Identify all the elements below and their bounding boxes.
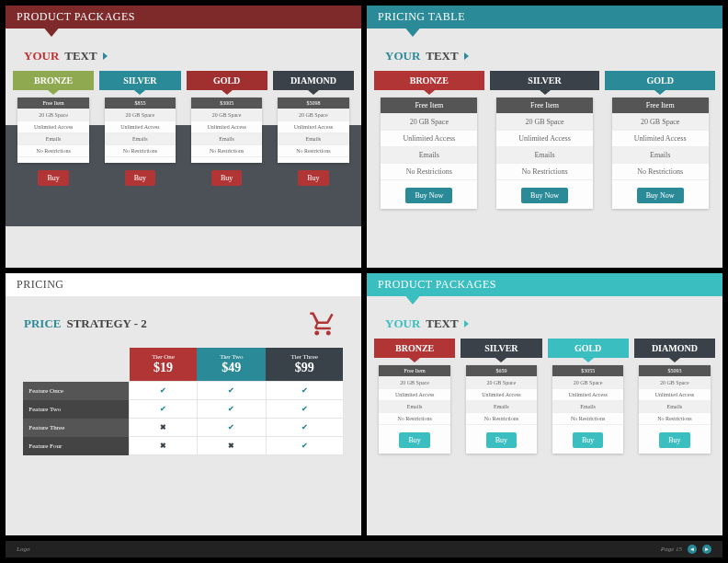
triangle-right-icon	[464, 320, 469, 327]
tier-feature: 20 GB Space	[381, 114, 477, 131]
panel-title: PRICING	[6, 273, 361, 296]
table-header-tier: Tier One$19	[130, 348, 198, 382]
check-icon: ✔	[130, 382, 198, 400]
tier-feature: Unlimited Access	[552, 389, 624, 401]
tier-label: DIAMOND	[634, 339, 715, 358]
table-row: Feature Three✖✔✔	[23, 419, 343, 437]
cross-icon: ✖	[197, 437, 266, 455]
tier-feature: Emails	[381, 147, 477, 164]
tier-head: $3055	[552, 365, 624, 377]
tier-head: $3005	[191, 98, 263, 109]
tier-feature: Emails	[278, 133, 349, 145]
tier-feature: Emails	[639, 401, 711, 413]
subtitle-accent: PRICE	[24, 316, 61, 331]
tier-head: Free Item	[496, 98, 593, 114]
buy-now-button[interactable]: Buy Now	[521, 188, 568, 203]
tier-feature: Unlimited Access	[496, 131, 593, 147]
buy-button[interactable]: Buy	[659, 432, 689, 448]
tier-card-silver: SILVER Free Item 20 GB Space Unlimited A…	[490, 71, 600, 209]
tier-feature: No Restrictions	[612, 164, 709, 180]
tier-head: $659	[466, 365, 538, 377]
check-icon: ✔	[266, 382, 343, 400]
tier-feature: Emails	[612, 147, 709, 164]
tier-feature: Emails	[379, 401, 450, 413]
buy-button[interactable]: Buy	[573, 432, 603, 448]
tier-feature: No Restrictions	[496, 164, 593, 180]
tier-head: Free Item	[17, 98, 89, 109]
tier-card-gold: GOLD $3055 20 GB Space Unlimited Access …	[548, 339, 629, 454]
tier-feature: 20 GB Space	[191, 109, 263, 121]
tier-feature: No Restrictions	[17, 145, 89, 157]
tier-card-silver: SILVER $855 20 GB Space Unlimited Access…	[99, 71, 180, 186]
tier-card-bronze: BRONZE Free Item 20 GB Space Unlimited A…	[13, 71, 94, 186]
row-label: Feature Four	[23, 437, 129, 455]
tier-feature: No Restrictions	[278, 145, 349, 157]
ribbon-pointer-icon	[42, 26, 61, 37]
panel-pricing-table: PRICING TABLE YOUR TEXT BRONZE Free Item…	[367, 6, 722, 268]
subtitle-rest: TEXT	[426, 49, 458, 63]
tier-feature: No Restrictions	[379, 413, 450, 425]
buy-now-button[interactable]: Buy Now	[405, 188, 452, 203]
tier-head: $855	[105, 98, 176, 109]
tier-head: Free Item	[381, 98, 477, 114]
tier-feature: Unlimited Access	[612, 131, 709, 147]
buy-button[interactable]: Buy	[38, 170, 68, 186]
tier-card-diamond: DIAMOND $5098 20 GB Space Unlimited Acce…	[273, 71, 354, 186]
tier-head: $5093	[639, 365, 711, 377]
strategy-table: Tier One$19 Tier Two$49 Tier Three$99 Fe…	[23, 348, 343, 455]
tier-feature: 20 GB Space	[105, 109, 176, 121]
cross-icon: ✖	[130, 419, 198, 437]
tier-label: GOLD	[548, 339, 629, 358]
check-icon: ✔	[266, 400, 343, 419]
buy-button[interactable]: Buy	[211, 170, 242, 186]
tier-feature: Emails	[552, 401, 624, 413]
subtitle: YOUR TEXT	[367, 36, 722, 71]
check-icon: ✔	[266, 419, 343, 437]
buy-now-button[interactable]: Buy Now	[637, 188, 684, 203]
tier-feature: Emails	[191, 133, 263, 145]
table-row: Feature Four✖✖✔	[23, 437, 343, 455]
tier-feature: No Restrictions	[466, 413, 538, 425]
tier-feature: 20 GB Space	[466, 377, 538, 389]
next-button[interactable]: ►	[702, 545, 711, 554]
tier-feature: Emails	[105, 133, 176, 145]
tier-label: GOLD	[605, 71, 715, 90]
tier-feature: No Restrictions	[552, 413, 624, 425]
tier-feature: Unlimited Access	[466, 389, 538, 401]
tier-feature: No Restrictions	[105, 145, 176, 157]
tier-feature: Unlimited Access	[105, 121, 176, 133]
check-icon: ✔	[197, 419, 266, 437]
tier-label: GOLD	[187, 71, 267, 90]
tier-label: BRONZE	[374, 339, 455, 358]
row-label: Feature Once	[23, 382, 129, 400]
tier-label: SILVER	[490, 71, 600, 90]
table-header-tier: Tier Two$49	[197, 348, 266, 382]
tier-feature: Unlimited Access	[379, 389, 450, 401]
tier-head: Free Item	[612, 98, 709, 114]
table-row: Feature Once✔✔✔	[23, 382, 343, 400]
buy-button[interactable]: Buy	[399, 432, 429, 448]
tier-card-gold: GOLD Free Item 20 GB Space Unlimited Acc…	[605, 71, 715, 209]
triangle-right-icon	[464, 52, 469, 60]
panel-product-packages-2: PRODUCT PACKAGES YOUR TEXT BRONZE Free I…	[367, 273, 722, 535]
ribbon-pointer-icon	[404, 293, 422, 304]
tier-label: DIAMOND	[273, 71, 354, 90]
buy-button[interactable]: Buy	[486, 432, 517, 448]
tier-feature: No Restrictions	[639, 413, 711, 425]
tier-feature: 20 GB Space	[496, 114, 593, 131]
buy-button[interactable]: Buy	[298, 170, 328, 186]
subtitle-rest: STRATEGY - 2	[66, 316, 146, 331]
tier-feature: 20 GB Space	[612, 114, 709, 131]
tier-card-diamond: DIAMOND $5093 20 GB Space Unlimited Acce…	[634, 339, 715, 454]
tier-feature: 20 GB Space	[552, 377, 624, 389]
cross-icon: ✖	[130, 437, 198, 455]
tier-feature: Emails	[17, 133, 89, 145]
tier-feature: Unlimited Access	[17, 121, 89, 133]
tier-feature: No Restrictions	[191, 145, 263, 157]
tier-label: SILVER	[99, 71, 180, 90]
buy-button[interactable]: Buy	[125, 170, 155, 186]
page-number: Page 15	[661, 546, 682, 553]
subtitle: YOUR TEXT	[6, 36, 361, 71]
prev-button[interactable]: ◄	[688, 545, 697, 554]
tier-feature: No Restrictions	[381, 164, 477, 180]
